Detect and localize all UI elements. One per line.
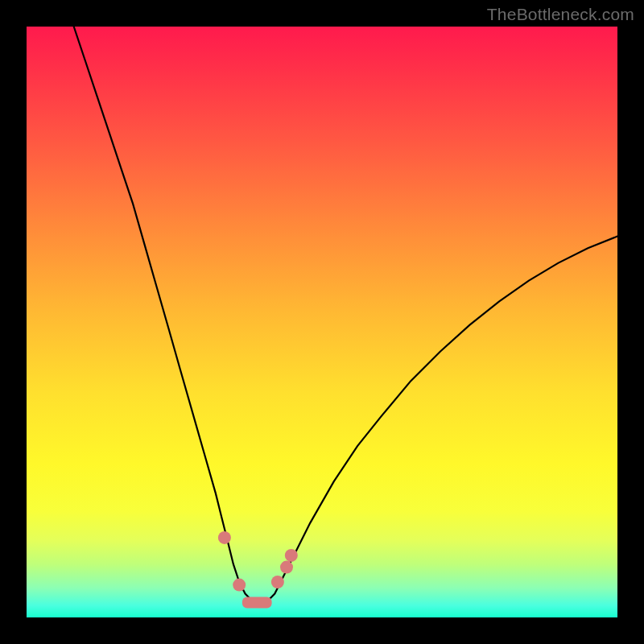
curve-layer bbox=[27, 27, 617, 617]
highlight-dots-group bbox=[218, 531, 298, 592]
highlight-dot bbox=[280, 561, 293, 574]
highlight-dot bbox=[218, 531, 231, 544]
watermark-text: TheBottleneck.com bbox=[487, 5, 634, 24]
highlight-dot bbox=[285, 549, 298, 562]
bottleneck-curve bbox=[74, 27, 617, 603]
valley-bar bbox=[242, 597, 272, 609]
highlight-dot bbox=[233, 579, 246, 592]
chart-frame: TheBottleneck.com bbox=[0, 0, 644, 644]
highlight-dot bbox=[271, 576, 284, 588]
plot-area bbox=[27, 27, 617, 617]
